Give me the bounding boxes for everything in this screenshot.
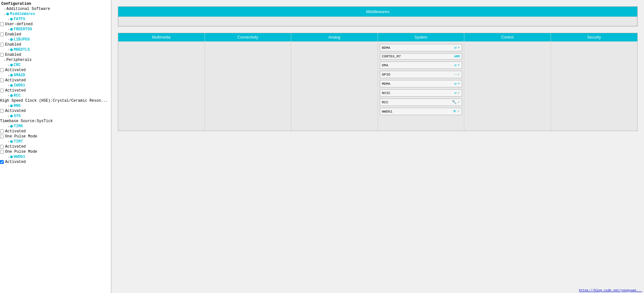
tim7-activated-label: Activated [5, 144, 26, 149]
expand-icon-crc[interactable]: - [8, 63, 10, 67]
fatfs-node[interactable]: - FATFS [0, 17, 111, 22]
expand-icon-dma2d[interactable]: - [8, 74, 10, 77]
wwdg1-label: WWDG1 [14, 155, 25, 159]
freertos-enabled-checkbox[interactable] [0, 33, 4, 36]
mdma-add-icon: + [458, 82, 460, 86]
dma2d-activated-checkbox[interactable] [0, 78, 4, 82]
mbedtls-enabled-label: Enabled [5, 53, 21, 57]
bottom-bar[interactable]: https://blog.csdn.net/yongyuan... [577, 288, 644, 293]
sys-timebase-property: Timebase Source:SysTick [0, 119, 111, 124]
fatfs-label: FATFS [14, 17, 25, 21]
libjpeg-node[interactable]: - LIBJPEG [0, 37, 111, 42]
mbedtls-enabled-checkbox[interactable] [0, 53, 4, 57]
rcc-dot [10, 94, 13, 97]
expand-icon-tim6[interactable]: - [8, 125, 10, 128]
btn-mdma-label: MDMA [382, 82, 390, 86]
category-header-analog[interactable]: Analog [291, 33, 378, 41]
iwdg1-activated-checkbox[interactable] [0, 89, 4, 92]
sys-node[interactable]: - SYS [0, 114, 111, 119]
crc-activated-label: Activated [5, 68, 26, 72]
dma2d-label: DMA2D [14, 73, 25, 77]
tim6-node[interactable]: - TIM6 [0, 124, 111, 129]
tim7-one-pulse-label: One Pulse Mode [5, 150, 37, 154]
expand-icon-mbedtls[interactable]: - [8, 48, 10, 52]
rng-dot [10, 105, 13, 107]
expand-icon-libjpeg[interactable]: - [8, 38, 10, 41]
category-grid: Multimedia Connectivity Analog System Co… [118, 33, 638, 131]
btn-mdma[interactable]: MDMA ⇄ + [380, 80, 462, 87]
rng-activated[interactable]: Activated [0, 108, 111, 114]
iwdg1-activated[interactable]: Activated [0, 88, 111, 93]
expand-icon-tim7[interactable]: - [8, 140, 10, 143]
mbedtls-enabled[interactable]: Enabled [0, 52, 111, 57]
rng-node[interactable]: - RNG [0, 103, 111, 108]
expand-icon-iwdg1[interactable]: - [8, 84, 10, 87]
additional-software-label: Additional Software [6, 7, 50, 11]
expand-icon-freertos[interactable]: - [8, 28, 10, 31]
libjpeg-enabled[interactable]: Enabled [0, 42, 111, 47]
btn-bdma-label: BDMA [382, 46, 390, 50]
sys-timebase-label: Timebase Source: [0, 119, 37, 123]
tim6-activated[interactable]: Activated [0, 129, 111, 134]
expand-icon-peripherals[interactable]: - [4, 58, 6, 62]
crc-activated-checkbox[interactable] [0, 68, 4, 72]
freertos-label: FREERTOS [14, 27, 32, 32]
expand-icon-additional[interactable]: - [4, 7, 6, 11]
category-header-connectivity[interactable]: Connectivity [205, 33, 292, 41]
freertos-node[interactable]: - FREERTOS [0, 27, 111, 32]
crc-node[interactable]: - CRC [0, 62, 111, 68]
dma2d-node[interactable]: - DMA2D [0, 73, 111, 78]
middlewares-block: Middlewares [118, 6, 638, 26]
expand-icon-middlewares[interactable]: - [4, 12, 6, 16]
btn-gpio[interactable]: GPIO → ✓ [380, 71, 462, 78]
category-bodies-row: BDMA ⇄ + CORTEX_M7 ARM DMA ⇄ + [118, 41, 637, 131]
crc-activated[interactable]: Activated [0, 68, 111, 73]
iwdg1-node[interactable]: - IWDG1 [0, 83, 111, 88]
btn-dma[interactable]: DMA ⇄ + [380, 62, 462, 69]
fatfs-userdefined[interactable]: User-defined [0, 22, 111, 27]
expand-icon-wwdg1[interactable]: - [8, 155, 10, 159]
rcc-label: RCC [14, 93, 21, 98]
additional-software-node[interactable]: - Additional Software [0, 6, 111, 11]
wwdg1-activated[interactable]: Activated [0, 159, 111, 165]
crc-label: CRC [14, 63, 21, 67]
bdma-add-icon: + [458, 46, 460, 50]
dma2d-activated[interactable]: Activated [0, 78, 111, 83]
category-body-multimedia [118, 41, 205, 131]
btn-cortex-m7[interactable]: CORTEX_M7 ARM [380, 53, 462, 60]
mbedtls-label: MBEDTLS [14, 48, 30, 52]
tim7-one-pulse-checkbox[interactable] [0, 150, 4, 154]
tim7-node[interactable]: - TIM7 [0, 139, 111, 144]
mbedtls-node[interactable]: - MBEDTLS [0, 47, 111, 52]
btn-wwdg1[interactable]: WWDG1 👁 ✓ [380, 108, 462, 115]
expand-icon-sys[interactable]: - [8, 114, 10, 118]
expand-icon-rcc[interactable]: - [8, 94, 10, 98]
tim6-activated-checkbox[interactable] [0, 129, 4, 133]
tim6-dot [10, 125, 13, 128]
libjpeg-enabled-checkbox[interactable] [0, 43, 4, 47]
category-header-multimedia[interactable]: Multimedia [118, 33, 205, 41]
fatfs-userdefined-checkbox[interactable] [0, 22, 4, 26]
category-header-system[interactable]: System [378, 33, 465, 41]
iwdg1-label: IWDG1 [14, 83, 25, 88]
tim6-one-pulse[interactable]: One Pulse Mode [0, 134, 111, 139]
expand-icon-fatfs[interactable]: - [8, 18, 10, 21]
btn-nvic[interactable]: NVIC ⇌ ✓ [380, 89, 462, 97]
middlewares-node[interactable]: - MiddleWares [0, 11, 111, 17]
wwdg1-node[interactable]: - WWDG1 [0, 154, 111, 159]
wwdg1-activated-checkbox[interactable] [0, 160, 4, 164]
btn-rcc[interactable]: RCC 🔧 ✓ [380, 99, 462, 106]
expand-icon-rng[interactable]: - [8, 104, 10, 108]
peripherals-node[interactable]: - Peripherals [0, 57, 111, 62]
tim7-activated-checkbox[interactable] [0, 145, 4, 149]
freertos-enabled[interactable]: Enabled [0, 32, 111, 37]
category-header-control[interactable]: Control [464, 33, 551, 41]
tim7-activated[interactable]: Activated [0, 144, 111, 149]
rcc-node[interactable]: - RCC [0, 93, 111, 98]
tim6-one-pulse-checkbox[interactable] [0, 135, 4, 138]
tim7-one-pulse[interactable]: One Pulse Mode [0, 149, 111, 154]
rng-activated-checkbox[interactable] [0, 109, 4, 113]
btn-bdma[interactable]: BDMA ⇄ + [380, 44, 462, 51]
sys-timebase-value: SysTick [37, 119, 53, 123]
category-header-security[interactable]: Security [551, 33, 638, 41]
